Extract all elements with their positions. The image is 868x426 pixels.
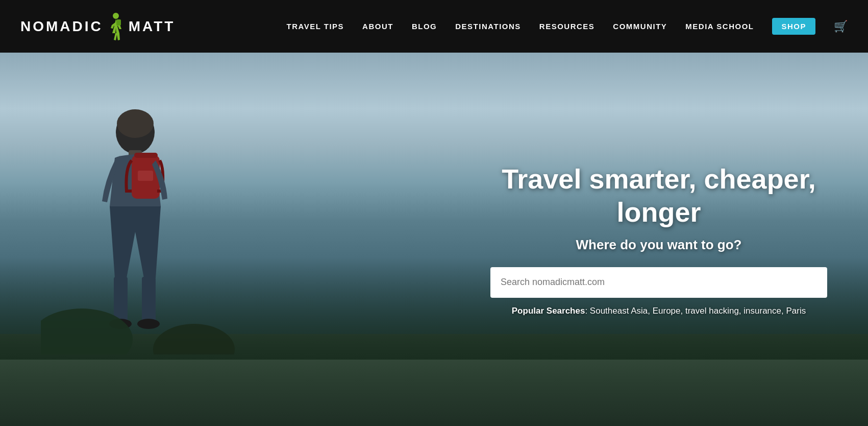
nav-blog[interactable]: BLOG — [412, 22, 437, 31]
svg-point-11 — [137, 319, 160, 329]
logo-hiker-icon — [105, 12, 127, 41]
popular-searches-text: : Southeast Asia, Europe, travel hacking… — [585, 306, 806, 316]
svg-point-13 — [153, 324, 235, 354]
header: NoMADIC MATT TRAVEL TIPS ABOUT BLOG DEST… — [0, 0, 868, 53]
main-nav: TRAVEL TIPS ABOUT BLOG DESTINATIONS RESO… — [286, 18, 848, 35]
popular-searches-label: Popular Searches — [512, 306, 585, 316]
cart-icon[interactable]: 🛒 — [834, 20, 848, 33]
nav-travel-tips[interactable]: TRAVEL TIPS — [286, 22, 344, 31]
search-input[interactable] — [490, 267, 827, 298]
nav-destinations[interactable]: DESTINATIONS — [455, 22, 521, 31]
svg-rect-9 — [142, 277, 156, 323]
svg-point-3 — [117, 109, 154, 138]
logo[interactable]: NoMADIC MATT — [20, 12, 175, 41]
nav-shop-button[interactable]: SHOP — [772, 18, 815, 35]
svg-point-0 — [113, 13, 119, 19]
nav-about[interactable]: ABOUT — [362, 22, 393, 31]
hero-subtitle: Where do you want to go? — [490, 237, 827, 253]
hero-content: Travel smarter, cheaper, longer Where do… — [490, 162, 827, 316]
svg-rect-1 — [116, 19, 121, 26]
nav-media-school[interactable]: MEDIA SCHOOL — [685, 22, 754, 31]
hiker-svg — [41, 89, 235, 354]
hero-title: Travel smarter, cheaper, longer — [490, 162, 827, 229]
popular-searches: Popular Searches: Southeast Asia, Europe… — [490, 306, 827, 316]
nav-resources[interactable]: RESOURCES — [539, 22, 595, 31]
svg-rect-8 — [114, 277, 128, 323]
hero-section: Travel smarter, cheaper, longer Where do… — [0, 53, 868, 426]
hiker-figure — [41, 89, 235, 354]
svg-rect-6 — [134, 153, 158, 158]
logo-nomadic: NoMADIC — [20, 18, 103, 35]
svg-rect-7 — [138, 171, 153, 181]
nav-community[interactable]: COMMUNITY — [613, 22, 667, 31]
logo-matt: MATT — [129, 18, 176, 35]
